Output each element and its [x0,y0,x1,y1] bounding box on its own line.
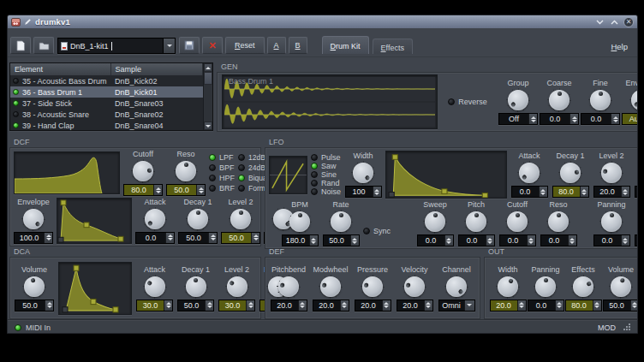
spin-arrows[interactable] [251,233,259,243]
spin-arrows[interactable] [340,300,349,311]
spin-arrows[interactable] [555,300,564,311]
cutoff-knob[interactable] [505,210,529,234]
spin-arrows[interactable] [164,300,172,311]
maximize-button[interactable] [609,17,619,27]
delete-preset-button[interactable]: ✕ [202,37,223,54]
sweep-value[interactable]: 0.0 [417,234,454,246]
reset-button[interactable]: Reset [225,37,265,54]
spin-arrows[interactable] [382,300,391,311]
bpm-value[interactable]: 180.0 [282,234,319,246]
sweep-knob[interactable] [423,210,447,234]
option-hpf[interactable]: HPF [209,174,235,182]
scroll-up-button[interactable] [204,63,212,72]
effects-knob[interactable] [571,275,595,299]
compare-b-button[interactable]: B [289,37,307,54]
decay-1-knob[interactable] [184,275,208,299]
help-menu[interactable]: Help [604,39,635,54]
pitchbend-value[interactable]: 20.0 [271,300,307,312]
spin-arrows[interactable] [568,235,576,246]
decay-1-value[interactable]: 50.0 [178,232,218,244]
new-preset-button[interactable] [10,37,31,54]
panning-knob[interactable] [599,210,623,234]
level-2-knob[interactable] [229,207,253,231]
scroll-down-button[interactable] [204,122,212,130]
dcf-envelope-display[interactable] [57,198,132,244]
spin-arrows[interactable] [528,114,537,124]
column-header-sample[interactable]: Sample [110,63,203,75]
spin-arrows[interactable] [621,187,629,197]
spin-arrows[interactable] [45,300,53,311]
spin-arrows[interactable] [196,185,205,195]
option-sine[interactable]: Sine [311,170,341,179]
table-row[interactable]: 35 - Acoustic Bass DrumDnB_Kick02 [10,75,203,86]
group-value[interactable]: Off [498,113,538,125]
attack-knob[interactable] [517,161,541,185]
reso-value[interactable]: 0.0 [540,234,577,246]
scrollbar[interactable] [203,63,212,130]
decay-1-knob[interactable] [186,207,210,231]
panning-value[interactable]: 0.0 [593,234,630,246]
reso-knob[interactable] [546,210,570,234]
width-knob[interactable] [496,275,520,299]
spin-arrows[interactable] [486,235,494,246]
spin-arrows[interactable] [611,114,619,124]
velocity-value[interactable]: 20.0 [397,300,433,312]
spin-arrows[interactable] [569,114,578,124]
spin-arrows[interactable] [350,235,359,246]
scroll-thumb[interactable] [204,72,212,85]
velocity-knob[interactable] [402,275,426,299]
panning-knob[interactable] [534,275,558,299]
spin-arrows[interactable] [165,233,174,243]
level-2-knob[interactable] [599,161,623,185]
column-header-element[interactable]: Element [10,63,110,75]
fine-knob[interactable] [588,88,612,112]
level-2-knob[interactable] [225,275,249,299]
sample-waveform-display[interactable]: Bass Drum 1 [222,74,438,129]
cutoff-value[interactable]: 80.0 [123,184,163,196]
level-2-value[interactable]: 30.0 [218,300,255,312]
spin-arrows[interactable] [517,300,526,311]
preset-combo[interactable]: DnB_1-kit1 [57,38,176,54]
cutoff-value[interactable]: 0.0 [499,234,536,246]
coarse-knob[interactable] [547,88,571,112]
option-brf[interactable]: BRF [209,184,235,193]
pressure-value[interactable]: 20.0 [355,300,391,312]
pitchbend-knob[interactable] [277,275,301,299]
decay-2-value[interactable]: 50.0 [635,186,638,198]
spin-arrows[interactable] [373,187,381,197]
open-preset-button[interactable] [33,37,54,54]
coarse-value[interactable]: 0.0 [540,113,579,125]
spin-arrows[interactable] [444,235,453,246]
option-saw[interactable]: Saw [311,162,341,170]
attack-knob[interactable] [143,207,167,231]
spin-arrows[interactable] [208,233,217,243]
volume-knob[interactable] [609,275,633,299]
spin-arrows[interactable] [44,233,52,243]
effects-value[interactable]: 80.0 [565,300,602,312]
width-value[interactable]: 20.0 [490,300,527,312]
env-time-knob[interactable] [629,88,638,112]
dca-envelope-display[interactable] [58,262,132,315]
volume-value[interactable]: 0.0 [635,234,638,246]
minimize-button[interactable] [594,17,605,27]
attack-value[interactable]: 0.0 [511,186,548,198]
spin-arrows[interactable] [298,300,307,311]
pitch-value[interactable]: 0.0 [458,234,495,246]
spin-arrows[interactable] [205,300,213,311]
option-bpf[interactable]: BPF [209,163,235,172]
lfo-shape-display[interactable] [269,156,307,194]
spin-arrows[interactable] [593,300,601,311]
spin-arrows[interactable] [424,300,432,311]
spin-arrows[interactable] [630,300,639,311]
decay-1-value[interactable]: 80.0 [552,186,589,198]
close-button[interactable]: ✕ [623,17,634,27]
reverse-checkbox[interactable]: Reverse [442,98,493,106]
sync-checkbox[interactable]: Sync [363,227,391,235]
rate-value[interactable]: 50.0 [323,234,360,246]
option-rand[interactable]: Rand [311,179,341,187]
attack-knob[interactable] [143,275,167,299]
level-2-value[interactable]: 50.0 [221,232,260,244]
tab-effects[interactable]: Effects [373,39,413,54]
attack-value[interactable]: 30.0 [136,300,173,312]
table-row[interactable]: 39 - Hand ClapDnB_Snare04 [10,120,203,131]
